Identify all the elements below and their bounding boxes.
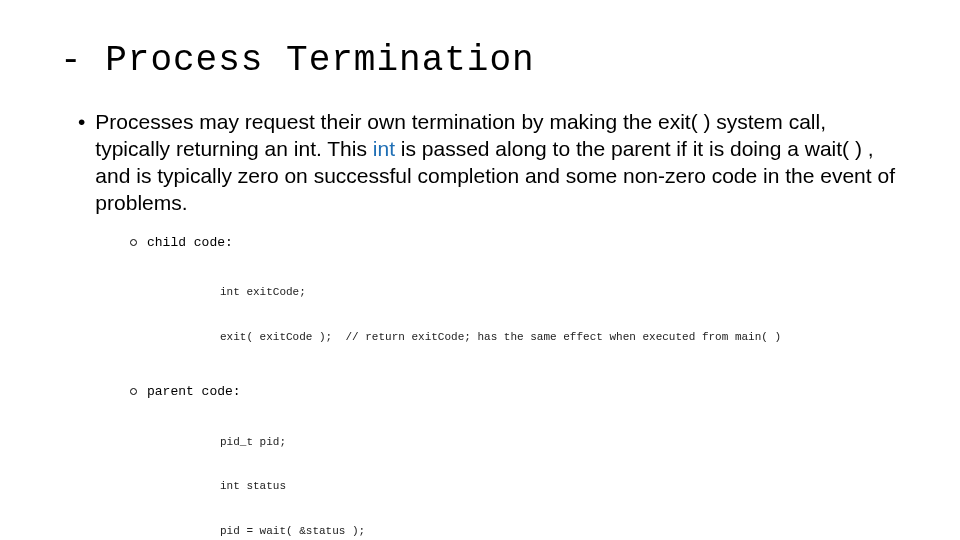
- code-lines: pid_t pid; int status pid = wait( &statu…: [220, 405, 900, 540]
- code-label-row: parent code:: [130, 384, 900, 399]
- slide: - Process Termination • Processes may re…: [0, 0, 960, 540]
- code-line: pid = wait( &status );: [220, 524, 900, 539]
- code-section-parent: parent code: pid_t pid; int status pid =…: [130, 384, 900, 540]
- code-section-child: child code: int exitCode; exit( exitCode…: [130, 235, 900, 375]
- code-label: child code:: [147, 235, 233, 250]
- bullet-marker: •: [78, 109, 85, 217]
- code-label: parent code:: [147, 384, 241, 399]
- code-lines: int exitCode; exit( exitCode ); // retur…: [220, 256, 900, 375]
- code-block: child code: int exitCode; exit( exitCode…: [130, 235, 900, 541]
- bullet-item: • Processes may request their own termin…: [78, 109, 900, 217]
- circle-bullet-icon: [130, 388, 137, 395]
- slide-title: - Process Termination: [60, 40, 900, 81]
- bullet-text: Processes may request their own terminat…: [95, 109, 900, 217]
- circle-bullet-icon: [130, 239, 137, 246]
- code-line: pid_t pid;: [220, 435, 900, 450]
- code-line: int exitCode;: [220, 285, 900, 300]
- int-link[interactable]: int: [373, 137, 395, 160]
- code-line: exit( exitCode ); // return exitCode; ha…: [220, 330, 900, 345]
- code-label-row: child code:: [130, 235, 900, 250]
- code-line: int status: [220, 479, 900, 494]
